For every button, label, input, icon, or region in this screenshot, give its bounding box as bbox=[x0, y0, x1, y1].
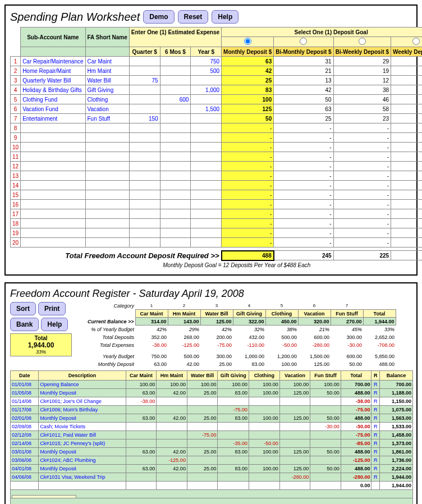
year-cell[interactable]: 1,500 bbox=[191, 104, 222, 114]
6mos-cell[interactable] bbox=[160, 114, 191, 123]
quarter-cell[interactable] bbox=[129, 181, 160, 190]
fashort-cell[interactable]: Gift Giving bbox=[85, 85, 129, 95]
radio-biweekly[interactable] bbox=[359, 38, 366, 45]
amount-cell[interactable]: 63.00 bbox=[126, 388, 157, 397]
amount-cell[interactable] bbox=[249, 481, 280, 489]
reconciled-cell[interactable]: R bbox=[371, 456, 380, 464]
amount-cell[interactable] bbox=[126, 439, 157, 447]
amount-cell[interactable]: 100.00 bbox=[126, 380, 157, 388]
6mos-cell[interactable] bbox=[160, 104, 191, 114]
amount-cell[interactable] bbox=[310, 405, 341, 414]
description-cell[interactable]: Ck#1011; Paid Water Bill bbox=[39, 430, 126, 439]
year-cell[interactable] bbox=[191, 181, 222, 190]
amount-cell[interactable] bbox=[126, 405, 157, 414]
fashort-cell[interactable]: Vacation bbox=[85, 104, 129, 114]
amount-cell[interactable]: 83.00 bbox=[218, 388, 249, 397]
date-cell[interactable]: 02/01/08 bbox=[11, 414, 39, 422]
6mos-cell[interactable] bbox=[160, 190, 191, 200]
amount-cell[interactable] bbox=[126, 422, 157, 430]
amount-cell[interactable] bbox=[157, 397, 187, 405]
description-cell[interactable]: Monthly Deposit bbox=[39, 447, 126, 456]
year-cell[interactable] bbox=[191, 209, 222, 219]
amount-cell[interactable]: -50.00 bbox=[249, 439, 280, 447]
amount-cell[interactable] bbox=[157, 405, 187, 414]
amount-cell[interactable] bbox=[310, 430, 341, 439]
amount-cell[interactable]: 50.00 bbox=[310, 447, 341, 456]
fashort-cell[interactable] bbox=[85, 171, 129, 181]
amount-cell[interactable] bbox=[249, 456, 280, 464]
amount-cell[interactable]: 25.00 bbox=[187, 414, 218, 422]
reconciled-cell[interactable]: R bbox=[371, 447, 380, 456]
amount-cell[interactable]: 100.00 bbox=[249, 380, 280, 388]
amount-cell[interactable] bbox=[310, 473, 341, 481]
amount-cell[interactable] bbox=[279, 397, 310, 405]
amount-cell[interactable]: 42.00 bbox=[157, 464, 187, 473]
quarter-cell[interactable] bbox=[129, 85, 160, 95]
year-cell[interactable] bbox=[191, 123, 222, 133]
reconciled-cell[interactable]: R bbox=[371, 397, 380, 405]
amount-cell[interactable] bbox=[249, 430, 280, 439]
amount-cell[interactable]: 125.00 bbox=[279, 388, 310, 397]
amount-cell[interactable]: 100.00 bbox=[249, 388, 280, 397]
subaccount-cell[interactable] bbox=[21, 200, 85, 209]
subaccount-cell[interactable] bbox=[21, 123, 85, 133]
quarter-cell[interactable] bbox=[129, 133, 160, 143]
date-cell[interactable]: 01/14/08 bbox=[11, 397, 39, 405]
amount-cell[interactable]: 125.00 bbox=[279, 464, 310, 473]
amount-cell[interactable] bbox=[310, 481, 341, 489]
quarter-cell[interactable] bbox=[129, 219, 160, 228]
fashort-cell[interactable] bbox=[85, 181, 129, 190]
amount-cell[interactable]: 42.00 bbox=[157, 388, 187, 397]
6mos-cell[interactable] bbox=[160, 76, 191, 85]
subaccount-cell[interactable]: Vacation Fund bbox=[21, 104, 85, 114]
fashort-cell[interactable] bbox=[85, 143, 129, 152]
amount-cell[interactable] bbox=[249, 422, 280, 430]
amount-cell[interactable] bbox=[218, 481, 249, 489]
amount-cell[interactable]: 100.00 bbox=[279, 380, 310, 388]
6mos-cell[interactable] bbox=[160, 133, 191, 143]
quarter-cell[interactable] bbox=[129, 228, 160, 238]
description-cell[interactable]: Ck#1001; Joe's Oil Change bbox=[39, 397, 126, 405]
quarter-cell[interactable] bbox=[129, 95, 160, 104]
quarter-cell[interactable] bbox=[129, 238, 160, 248]
amount-cell[interactable] bbox=[126, 430, 157, 439]
6mos-cell[interactable] bbox=[160, 57, 191, 66]
radio-weekly[interactable] bbox=[412, 38, 420, 45]
6mos-cell[interactable] bbox=[160, 66, 191, 76]
6mos-cell[interactable] bbox=[160, 200, 191, 209]
fashort-cell[interactable] bbox=[85, 228, 129, 238]
reconciled-cell[interactable]: R bbox=[371, 405, 380, 414]
fashort-cell[interactable] bbox=[85, 162, 129, 171]
reconciled-cell[interactable]: R bbox=[371, 464, 380, 473]
subaccount-cell[interactable] bbox=[21, 238, 85, 248]
subaccount-cell[interactable] bbox=[21, 228, 85, 238]
amount-cell[interactable] bbox=[249, 397, 280, 405]
amount-cell[interactable] bbox=[218, 456, 249, 464]
subaccount-cell[interactable] bbox=[21, 209, 85, 219]
reconciled-cell[interactable]: R bbox=[371, 380, 380, 388]
amount-cell[interactable] bbox=[157, 481, 187, 489]
amount-cell[interactable] bbox=[157, 439, 187, 447]
amount-cell[interactable]: 42.00 bbox=[157, 414, 187, 422]
amount-cell[interactable]: -75.00 bbox=[218, 405, 249, 414]
year-cell[interactable] bbox=[191, 219, 222, 228]
subaccount-cell[interactable] bbox=[21, 152, 85, 162]
amount-cell[interactable] bbox=[310, 397, 341, 405]
fashort-cell[interactable]: Fun Stuff bbox=[85, 114, 129, 123]
subaccount-cell[interactable] bbox=[21, 133, 85, 143]
help-button[interactable]: Help bbox=[212, 10, 238, 24]
subaccount-cell[interactable]: Home Repair/Maint bbox=[21, 66, 85, 76]
description-cell[interactable]: Monthly Deposit bbox=[39, 388, 126, 397]
year-cell[interactable] bbox=[191, 162, 222, 171]
subaccount-cell[interactable] bbox=[21, 171, 85, 181]
quarter-cell[interactable] bbox=[129, 66, 160, 76]
radio-bimonthly[interactable] bbox=[300, 38, 307, 45]
amount-cell[interactable] bbox=[279, 430, 310, 439]
description-cell[interactable]: Ck#1024; ABC Plumbing bbox=[39, 456, 126, 464]
year-cell[interactable] bbox=[191, 76, 222, 85]
amount-cell[interactable]: 83.00 bbox=[218, 414, 249, 422]
amount-cell[interactable] bbox=[279, 481, 310, 489]
quarter-cell[interactable] bbox=[129, 171, 160, 181]
reconciled-cell[interactable]: R bbox=[371, 388, 380, 397]
reset-button[interactable]: Reset bbox=[178, 10, 209, 24]
